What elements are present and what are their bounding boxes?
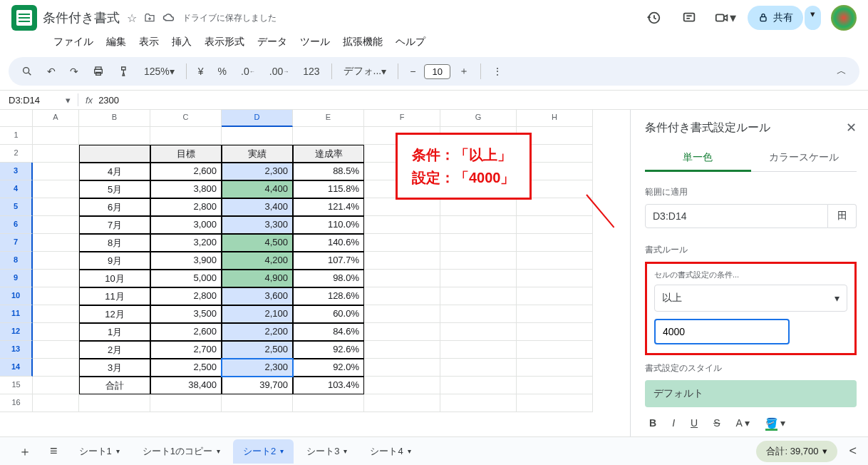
cell[interactable] xyxy=(517,270,593,287)
cell[interactable] xyxy=(440,252,517,270)
condition-value-input[interactable] xyxy=(654,319,790,344)
column-header[interactable]: G xyxy=(440,110,517,127)
cell[interactable]: 11月 xyxy=(79,287,150,305)
cell[interactable] xyxy=(517,234,593,252)
percent-button[interactable]: % xyxy=(212,61,232,81)
row-header[interactable]: 8 xyxy=(0,252,33,270)
sheet-tab[interactable]: シート1のコピー▾ xyxy=(133,439,230,464)
column-header[interactable]: C xyxy=(150,110,222,127)
cell[interactable] xyxy=(364,198,440,216)
cell[interactable] xyxy=(517,252,593,270)
cell[interactable]: 5,000 xyxy=(150,270,222,287)
row-header[interactable]: 13 xyxy=(0,341,33,359)
share-button[interactable]: 共有 xyxy=(748,6,803,30)
cell[interactable]: 60.0% xyxy=(293,305,364,323)
search-icon[interactable] xyxy=(16,61,38,81)
formula-value[interactable]: 2300 xyxy=(98,95,119,106)
cell[interactable]: 目標 xyxy=(150,145,222,163)
cell[interactable]: 4,500 xyxy=(222,234,293,252)
menu-extensions[interactable]: 拡張機能 xyxy=(338,33,388,51)
font-select[interactable]: デフォ... ▾ xyxy=(338,61,393,82)
star-icon[interactable]: ☆ xyxy=(127,11,137,25)
cell[interactable] xyxy=(364,394,440,412)
cell[interactable] xyxy=(440,359,517,377)
redo-icon[interactable]: ↷ xyxy=(64,61,84,81)
cell[interactable]: 38,400 xyxy=(150,377,222,394)
cell[interactable] xyxy=(517,216,593,234)
cell[interactable] xyxy=(79,145,150,163)
sheets-logo[interactable] xyxy=(11,5,37,31)
zoom-select[interactable]: 125% ▾ xyxy=(138,61,180,81)
history-icon[interactable] xyxy=(641,5,666,31)
cell[interactable] xyxy=(440,323,517,341)
cell[interactable] xyxy=(364,377,440,394)
cell[interactable] xyxy=(222,394,293,412)
paint-format-icon[interactable] xyxy=(113,61,135,81)
row-header[interactable]: 5 xyxy=(0,198,33,216)
meet-icon[interactable]: ▾ xyxy=(712,5,738,31)
tab-color-scale[interactable]: カラースケール xyxy=(751,145,857,172)
menu-view[interactable]: 表示 xyxy=(134,33,164,51)
undo-icon[interactable]: ↶ xyxy=(41,61,61,81)
cell[interactable]: 110.0% xyxy=(293,216,364,234)
column-header[interactable]: B xyxy=(79,110,150,127)
cell[interactable]: 140.6% xyxy=(293,234,364,252)
row-header[interactable]: 4 xyxy=(0,180,33,198)
add-sheet-button[interactable]: ＋ xyxy=(11,439,38,464)
cell[interactable]: 2,500 xyxy=(150,359,222,377)
menu-data[interactable]: データ xyxy=(252,33,292,51)
cell[interactable] xyxy=(364,323,440,341)
collapse-toolbar-icon[interactable]: ︿ xyxy=(831,61,852,82)
account-avatar[interactable] xyxy=(831,5,857,31)
move-icon[interactable] xyxy=(144,12,155,24)
cell[interactable]: 92.6% xyxy=(293,341,364,359)
cell[interactable] xyxy=(33,377,79,394)
cell[interactable]: 2,600 xyxy=(150,163,222,180)
cell[interactable] xyxy=(364,359,440,377)
cell[interactable] xyxy=(33,394,79,412)
row-header[interactable]: 15 xyxy=(0,377,33,394)
condition-select[interactable]: 以上 ▾ xyxy=(654,285,847,312)
cell[interactable]: 9月 xyxy=(79,252,150,270)
cell[interactable]: 5月 xyxy=(79,180,150,198)
underline-button[interactable]: U xyxy=(688,416,701,430)
cell[interactable] xyxy=(79,394,150,412)
text-color-button[interactable]: A ▾ xyxy=(733,416,752,430)
sheet-tab[interactable]: シート4▾ xyxy=(360,439,420,464)
cell[interactable] xyxy=(33,341,79,359)
cell[interactable]: 115.8% xyxy=(293,180,364,198)
cell[interactable]: 10月 xyxy=(79,270,150,287)
select-all-corner[interactable] xyxy=(0,110,33,127)
decrease-decimal-button[interactable]: .0← xyxy=(235,61,261,81)
cell[interactable] xyxy=(517,287,593,305)
cell[interactable] xyxy=(364,252,440,270)
cell[interactable]: 3,900 xyxy=(150,252,222,270)
menu-insert[interactable]: 挿入 xyxy=(167,33,197,51)
cell[interactable] xyxy=(33,127,79,145)
cell[interactable] xyxy=(150,394,222,412)
cell[interactable]: 3,400 xyxy=(222,198,293,216)
cell[interactable]: 2,600 xyxy=(150,323,222,341)
document-title[interactable]: 条件付き書式 xyxy=(43,9,120,26)
row-header[interactable]: 16 xyxy=(0,394,33,412)
cell[interactable] xyxy=(33,287,79,305)
row-header[interactable]: 9 xyxy=(0,270,33,287)
cell[interactable] xyxy=(364,234,440,252)
cell[interactable]: 3月 xyxy=(79,359,150,377)
cell[interactable] xyxy=(33,323,79,341)
column-header[interactable]: A xyxy=(33,110,79,127)
row-header[interactable]: 12 xyxy=(0,323,33,341)
increase-decimal-button[interactable]: .00→ xyxy=(264,61,294,81)
cell[interactable]: 合計 xyxy=(79,377,150,394)
cell[interactable]: 121.4% xyxy=(293,198,364,216)
cell[interactable]: 3,600 xyxy=(222,287,293,305)
cell[interactable]: 128.6% xyxy=(293,287,364,305)
number-format-button[interactable]: 123 xyxy=(297,61,325,81)
fontsize-increase-button[interactable]: ＋ xyxy=(453,61,475,82)
style-preview[interactable]: デフォルト xyxy=(645,380,857,407)
cell[interactable] xyxy=(440,216,517,234)
cell[interactable]: 2,200 xyxy=(222,323,293,341)
fontsize-decrease-button[interactable]: − xyxy=(404,61,421,81)
row-header[interactable]: 14 xyxy=(0,359,33,377)
cell[interactable] xyxy=(33,305,79,323)
